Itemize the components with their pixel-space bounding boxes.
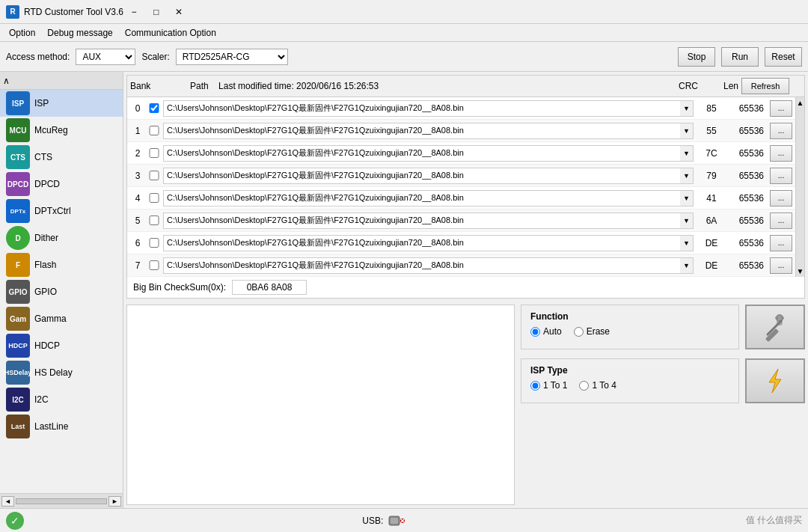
table-scroll-up[interactable]: ▲ [797, 99, 804, 107]
hsdelay-icon: HSDelay [6, 361, 30, 385]
radio-1to4[interactable]: 1 To 4 [579, 380, 616, 391]
scaler-select[interactable]: RTD2525AR-CG RTD2523 [176, 49, 288, 65]
radio-1to1-label: 1 To 1 [543, 380, 567, 391]
row-len-0: 65536 [729, 103, 767, 114]
sidebar-item-i2c[interactable]: I2C I2C [0, 386, 123, 413]
close-button[interactable]: ✕ [168, 4, 189, 19]
row-check-1[interactable] [148, 126, 160, 135]
cts-icon: CTS [6, 145, 30, 169]
controls-area: Function Auto Erase [521, 305, 805, 505]
menu-comms[interactable]: Communication Option [119, 26, 222, 40]
row-browse-6[interactable]: ... [770, 235, 792, 251]
row-check-2[interactable] [148, 148, 160, 158]
lastline-icon: Last [6, 415, 30, 438]
isp-type-title: ISP Type [530, 365, 729, 376]
sidebar-item-flash[interactable]: F Flash [0, 251, 123, 278]
access-method-label: Access method: [6, 52, 70, 62]
svg-rect-6 [391, 518, 398, 524]
row-browse-7[interactable]: ... [770, 257, 792, 274]
row-check-4[interactable] [148, 193, 160, 203]
row-dropdown-3[interactable]: ▼ [680, 168, 694, 184]
radio-1to4-input[interactable] [579, 381, 589, 391]
row-len-3: 65536 [729, 171, 767, 181]
function-title: Function [530, 311, 729, 322]
radio-erase-input[interactable] [574, 327, 584, 337]
row-dropdown-4[interactable]: ▼ [680, 190, 694, 207]
function-row: Function Auto Erase [521, 305, 805, 349]
row-dropdown-1[interactable]: ▼ [680, 123, 694, 139]
row-dropdown-2[interactable]: ▼ [680, 145, 694, 162]
row-browse-5[interactable]: ... [770, 213, 792, 229]
row-browse-3[interactable]: ... [770, 168, 792, 184]
row-bank-3: 3 [130, 171, 145, 181]
sidebar-item-hdcp[interactable]: HDCP HDCP [0, 332, 123, 359]
sidebar-label-dpcd: DPCD [34, 179, 60, 189]
row-dropdown-7[interactable]: ▼ [680, 257, 694, 274]
sidebar-list: ISP ISP MCU McuReg CTS CTS DPCD DPCD DPT… [0, 90, 123, 493]
menu-option[interactable]: Option [3, 26, 41, 40]
sidebar-scroll-right-btn[interactable]: ► [108, 496, 121, 507]
row-crc-1: 55 [697, 126, 726, 136]
radio-1to1[interactable]: 1 To 1 [530, 380, 567, 391]
sidebar-item-gamma[interactable]: Gam Gamma [0, 305, 123, 332]
row-dropdown-6[interactable]: ▼ [680, 235, 694, 251]
row-bank-1: 1 [130, 126, 145, 136]
gpio-icon: GPIO [6, 280, 30, 304]
function-group: Function Auto Erase [521, 305, 739, 349]
table-scroll-down[interactable]: ▼ [797, 267, 804, 275]
sidebar-item-lastline[interactable]: Last LastLine [0, 413, 123, 440]
log-area[interactable] [126, 305, 515, 505]
radio-auto-input[interactable] [530, 327, 540, 337]
sidebar-collapse-arrow[interactable]: ∧ [3, 76, 10, 86]
radio-1to4-label: 1 To 4 [592, 380, 616, 391]
function-action-button[interactable] [745, 305, 805, 349]
row-browse-1[interactable]: ... [770, 123, 792, 139]
maximize-button[interactable]: □ [146, 4, 167, 19]
radio-auto[interactable]: Auto [530, 326, 562, 337]
header-path: Path Last modified time: 2020/06/16 15:2… [190, 81, 665, 91]
table-row: 3 C:\Users\Johnson\Desktop\F27G1Q最新固件\F2… [127, 165, 795, 187]
titlebar: R RTD Customer Tool V3.6 − □ ✕ [0, 0, 808, 24]
stop-button[interactable]: Stop [678, 47, 715, 67]
sidebar-label-flash: Flash [34, 260, 56, 270]
dither-icon: D [6, 226, 30, 250]
reset-button[interactable]: Reset [765, 47, 802, 67]
row-browse-2[interactable]: ... [770, 145, 792, 162]
minimize-button[interactable]: − [123, 4, 144, 19]
sidebar-item-mcureg[interactable]: MCU McuReg [0, 117, 123, 144]
sidebar-item-dptxctrl[interactable]: DPTx DPTxCtrl [0, 198, 123, 224]
row-check-5[interactable] [148, 215, 160, 225]
sidebar-item-hsdelay[interactable]: HSDelay HS Delay [0, 359, 123, 386]
header-crc: CRC [668, 81, 698, 91]
radio-auto-label: Auto [543, 326, 562, 337]
sidebar-item-isp[interactable]: ISP ISP [0, 90, 123, 117]
sidebar-item-dpcd[interactable]: DPCD DPCD [0, 171, 123, 198]
row-browse-0[interactable]: ... [770, 100, 792, 117]
radio-1to1-input[interactable] [530, 381, 540, 391]
menu-debug[interactable]: Debug message [41, 26, 118, 40]
sidebar-item-dither[interactable]: D Dither [0, 224, 123, 251]
row-browse-4[interactable]: ... [770, 190, 792, 207]
access-method-select[interactable]: AUX I2C [76, 49, 135, 65]
row-check-3[interactable] [148, 171, 160, 180]
refresh-button[interactable]: Refresh [741, 78, 789, 94]
checksum-label: Big Bin CheckSum(0x): [133, 282, 226, 293]
sidebar-scroll-left-btn[interactable]: ◄ [1, 496, 14, 507]
row-len-6: 65536 [729, 238, 767, 248]
row-check-0[interactable] [148, 103, 160, 113]
main-area: ∧ ISP ISP MCU McuReg CTS CTS DPCD DPCD [0, 72, 808, 508]
sidebar-label-isp: ISP [34, 98, 49, 108]
row-crc-3: 79 [697, 171, 726, 181]
row-check-7[interactable] [148, 260, 160, 270]
radio-erase[interactable]: Erase [574, 326, 610, 337]
row-dropdown-5[interactable]: ▼ [680, 213, 694, 229]
row-dropdown-0[interactable]: ▼ [680, 100, 694, 117]
row-check-6[interactable] [148, 238, 160, 248]
table-row: 6 C:\Users\Johnson\Desktop\F27G1Q最新固件\F2… [127, 232, 795, 254]
run-button[interactable]: Run [721, 47, 759, 67]
sidebar-item-cts[interactable]: CTS CTS [0, 144, 123, 171]
isptype-action-button[interactable] [745, 358, 805, 403]
header-bank: Bank [130, 81, 160, 91]
row-path-0: C:\Users\Johnson\Desktop\F27G1Q最新固件\F27G… [163, 100, 680, 117]
sidebar-item-gpio[interactable]: GPIO GPIO [0, 278, 123, 305]
